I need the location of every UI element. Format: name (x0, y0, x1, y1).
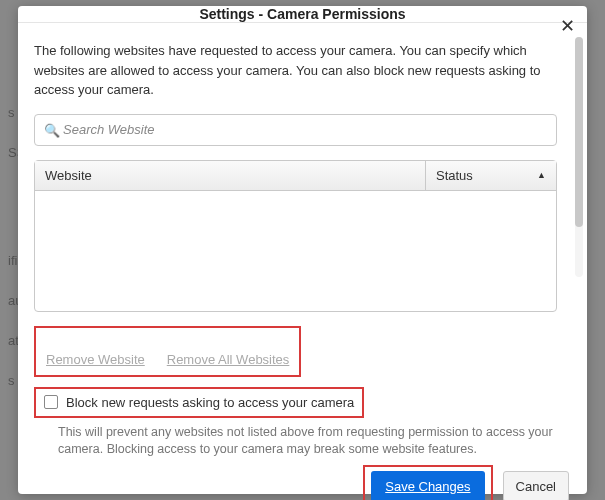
table-header: Website Status ▲ (35, 161, 556, 191)
permissions-table: Website Status ▲ (34, 160, 557, 312)
block-requests-label: Block new requests asking to access your… (66, 395, 354, 410)
description-text: The following websites have requested to… (34, 41, 557, 100)
column-website[interactable]: Website (35, 161, 426, 190)
table-body (35, 191, 556, 311)
save-changes-button[interactable]: Save Changes (371, 471, 484, 501)
cancel-button[interactable]: Cancel (503, 471, 569, 501)
block-requests-checkbox[interactable] (44, 395, 58, 409)
dialog-body: The following websites have requested to… (18, 23, 587, 500)
sort-arrow-icon: ▲ (537, 170, 546, 180)
scrollbar-track[interactable] (575, 37, 583, 277)
search-input[interactable] (34, 114, 557, 146)
scrollbar-thumb[interactable] (575, 37, 583, 227)
block-requests-hint: This will prevent any websites not liste… (34, 424, 571, 459)
dialog-title: Settings - Camera Permissions (199, 6, 405, 22)
dialog-header: Settings - Camera Permissions ✕ (18, 6, 587, 23)
highlight-save-button: Save Changes (363, 465, 492, 501)
highlight-remove-buttons: Remove Website Remove All Websites (34, 326, 301, 377)
dialog-footer: Save Changes Cancel (34, 465, 571, 501)
highlight-block-checkbox: Block new requests asking to access your… (34, 387, 364, 418)
settings-dialog: Settings - Camera Permissions ✕ The foll… (18, 6, 587, 494)
remove-website-button[interactable]: Remove Website (42, 346, 149, 373)
column-status[interactable]: Status ▲ (426, 161, 556, 190)
search-icon: 🔍 (44, 122, 60, 137)
remove-all-websites-button[interactable]: Remove All Websites (163, 346, 294, 373)
